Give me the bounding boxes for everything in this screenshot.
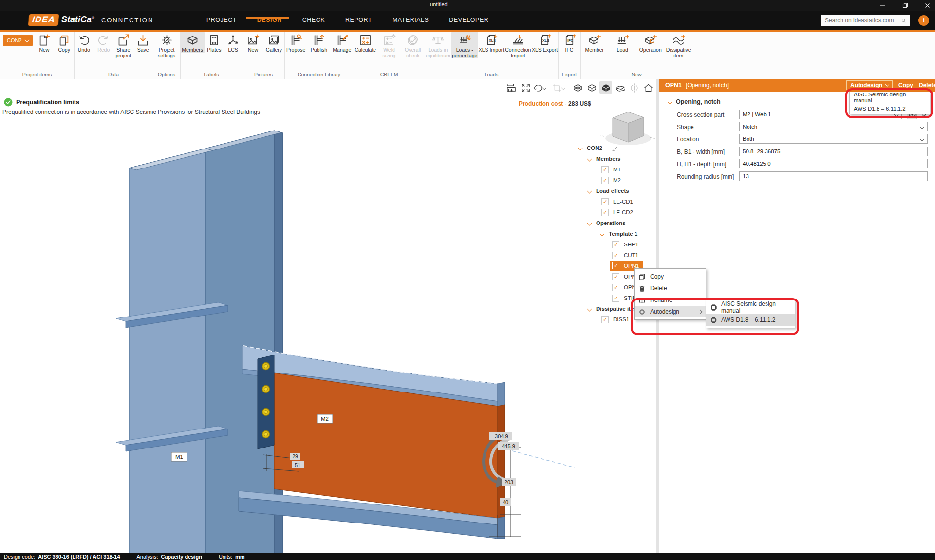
- menu-materials[interactable]: MATERIALS: [393, 17, 429, 23]
- close-button[interactable]: [923, 1, 931, 9]
- ribbon-button-new-picture[interactable]: New: [243, 32, 263, 53]
- ribbon-button-member[interactable]: Member: [580, 32, 609, 53]
- ribbon-button-plates[interactable]: Plates: [205, 32, 224, 53]
- checkbox[interactable]: ✓: [601, 198, 609, 205]
- chevron-down-icon[interactable]: [587, 156, 592, 161]
- ribbon-button-gallery[interactable]: Gallery: [263, 32, 284, 53]
- width-input[interactable]: 50.8 -29.36875: [739, 147, 928, 156]
- ribbon-button-xls-import[interactable]: XLS XLS Import: [478, 32, 505, 53]
- hidden-line-view-button[interactable]: [585, 81, 598, 94]
- location-select[interactable]: Both: [739, 134, 928, 144]
- dimension-tool-button[interactable]: [505, 81, 518, 94]
- ribbon-button-publish[interactable]: Publish: [307, 32, 330, 53]
- ribbon-button-loads-in-equilibrium: Loads in equilibrium: [425, 32, 451, 58]
- shape-select[interactable]: Notch: [739, 122, 928, 131]
- ribbon-group-cbfem: Calculate Weld sizing Overall check CBFE…: [354, 32, 425, 79]
- chevron-down-icon[interactable]: [587, 188, 592, 193]
- checkbox[interactable]: ✓: [601, 209, 609, 216]
- submenu-aws-d18[interactable]: AWS D1.8 – 6.11.1.2: [706, 314, 795, 326]
- ribbon-button-calculate[interactable]: Calculate: [354, 32, 377, 53]
- ribbon-button-save[interactable]: Save: [133, 32, 153, 53]
- connection-selector-dropdown[interactable]: CON2: [3, 35, 33, 46]
- ribbon-button-copy-project[interactable]: Copy: [54, 32, 74, 53]
- checkbox[interactable]: ✓: [601, 316, 609, 323]
- home-view-button[interactable]: [642, 81, 654, 94]
- ribbon-button-new-project[interactable]: New: [35, 32, 55, 53]
- minimize-button[interactable]: [879, 1, 886, 9]
- checkbox[interactable]: ✓: [612, 284, 619, 291]
- menu-report[interactable]: REPORT: [345, 17, 372, 23]
- search-box[interactable]: [821, 15, 910, 26]
- checkbox[interactable]: ✓: [612, 252, 619, 259]
- context-menu-delete[interactable]: Delete: [635, 282, 706, 294]
- checkbox[interactable]: ✓: [601, 166, 609, 173]
- ribbon-button-load[interactable]: Load: [609, 32, 637, 53]
- tree-item-cut1[interactable]: ✓CUT1: [577, 250, 655, 261]
- context-menu-copy[interactable]: Copy: [635, 271, 706, 282]
- depth-input[interactable]: 40.48125 0: [739, 159, 928, 168]
- tree-item-m2[interactable]: ✓M2: [577, 175, 655, 186]
- ribbon-button-members[interactable]: Members: [180, 32, 205, 53]
- tree-item-con2[interactable]: CON2: [577, 143, 655, 153]
- ribbon-button-undo[interactable]: Undo: [74, 32, 94, 53]
- tree-item-m1[interactable]: ✓M1: [577, 164, 655, 175]
- tree-item-members[interactable]: Members: [577, 153, 655, 164]
- tree-item-le-cd1[interactable]: ✓LE-CD1: [577, 196, 655, 207]
- ribbon-button-xls-export[interactable]: XLS XLS Export: [531, 32, 558, 53]
- ribbon-button-connection-import[interactable]: Connection Import: [505, 32, 531, 58]
- chevron-down-icon[interactable]: [587, 306, 592, 311]
- analysis-value: Capacity design: [161, 554, 202, 560]
- checkbox[interactable]: ✓: [612, 241, 619, 248]
- 3d-viewport[interactable]: -304.9 445.9 203 40 29 51 M2 M1: [0, 79, 656, 553]
- copy-operation-button[interactable]: Copy: [898, 82, 913, 89]
- tree-item-load-effects[interactable]: Load effects: [577, 186, 655, 196]
- ribbon-button-loads-percentage[interactable]: Loads - percentage: [451, 32, 478, 58]
- rounding-radius-input[interactable]: 13: [739, 171, 928, 181]
- submenu-aisc-seismic[interactable]: AISC Seismic design manual: [706, 301, 795, 314]
- ribbon-button-project-settings[interactable]: Project settings: [153, 32, 180, 58]
- crop-view-button: [552, 81, 565, 94]
- autodesign-button[interactable]: Autodesign: [846, 80, 893, 90]
- chevron-down-icon[interactable]: [542, 86, 546, 90]
- solid-view-button[interactable]: [599, 81, 612, 94]
- chevron-down-icon[interactable]: [587, 221, 592, 225]
- checkbox[interactable]: ✓: [612, 262, 619, 269]
- maximize-button[interactable]: [901, 1, 909, 9]
- zoom-fit-button[interactable]: [519, 81, 532, 94]
- ribbon-button-manage[interactable]: Manage: [331, 32, 354, 53]
- section-view-button[interactable]: [614, 81, 626, 94]
- search-input[interactable]: [821, 17, 901, 24]
- chevron-down-icon[interactable]: [600, 231, 605, 236]
- rotate-view-button[interactable]: [533, 81, 546, 94]
- delete-operation-button[interactable]: Delete: [919, 82, 935, 89]
- ribbon-group-data: Undo Redo Share project Save Data: [74, 32, 153, 79]
- autodesign-option-aws[interactable]: AWS D1.8 – 6.11.1.2: [850, 103, 930, 114]
- ribbon-button-lcs[interactable]: LCS: [224, 32, 243, 53]
- ribbon-button-propose[interactable]: Propose: [284, 32, 307, 53]
- chevron-down-icon[interactable]: [578, 146, 583, 150]
- ribbon-button-ifc[interactable]: IFC IFC: [558, 32, 580, 53]
- menu-check[interactable]: CHECK: [302, 17, 325, 23]
- ribbon-button-dissipative-item[interactable]: Dissipative item: [665, 32, 693, 58]
- context-menu-rename[interactable]: Rename: [635, 294, 706, 306]
- property-group-header[interactable]: Opening, notch: [668, 98, 721, 105]
- column-web-face[interactable]: [206, 131, 274, 553]
- context-menu-autodesign[interactable]: Autodesign: [635, 306, 706, 317]
- ribbon-button-weld-sizing: Weld sizing: [377, 32, 401, 58]
- autodesign-option-aisc[interactable]: AISC Seismic design manual: [850, 92, 930, 103]
- menu-project[interactable]: PROJECT: [206, 17, 237, 23]
- menu-developer[interactable]: DEVELOPER: [449, 17, 488, 23]
- tree-item-shp1[interactable]: ✓SHP1: [577, 239, 655, 250]
- 3d-model[interactable]: -304.9 445.9 203 40 29 51 M2 M1: [0, 79, 656, 553]
- info-button[interactable]: i: [918, 15, 929, 26]
- column-flange-face[interactable]: [129, 149, 206, 553]
- wireframe-view-button[interactable]: [571, 81, 584, 94]
- checkbox[interactable]: ✓: [612, 273, 619, 280]
- checkbox[interactable]: ✓: [601, 177, 609, 184]
- ribbon-button-operation[interactable]: Operation: [636, 32, 665, 53]
- checkbox[interactable]: ✓: [612, 295, 619, 302]
- ribbon-button-share-project[interactable]: Share project: [113, 32, 133, 58]
- tree-item-template1[interactable]: Template 1: [577, 228, 655, 239]
- tree-item-le-cd2[interactable]: ✓LE-CD2: [577, 207, 655, 218]
- tree-item-operations[interactable]: Operations: [577, 218, 655, 228]
